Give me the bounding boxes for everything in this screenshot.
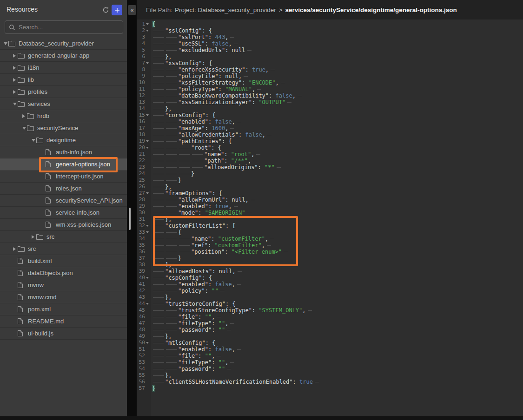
code-line[interactable]: 5"excludedUrls": null (137, 47, 523, 53)
tree-item-auth-info-json[interactable]: auth-info.json (0, 146, 127, 158)
tree-item-roles-json[interactable]: roles.json (0, 183, 127, 195)
code-line[interactable]: 41"enabled": false, (137, 281, 523, 288)
code-line[interactable]: 50"mtlsConfig": { (137, 340, 523, 346)
chevron-right-icon[interactable] (9, 247, 18, 251)
code-line[interactable]: 57} (137, 385, 523, 392)
fold-arrow-icon[interactable] (145, 223, 150, 229)
tree-item-mvnw-cmd[interactable]: mvnw.cmd (0, 291, 127, 303)
code-line[interactable]: 12"dataBackwardCompatibility": false, (137, 92, 523, 99)
tree-item-src[interactable]: src (0, 243, 127, 255)
fold-arrow-icon[interactable] (145, 144, 150, 151)
code-line[interactable]: 29"enabled": true, (137, 203, 523, 210)
code-line[interactable]: 23"allowedOrigins": "*" (137, 164, 523, 171)
tree-item-mvnw[interactable]: mvnw (0, 279, 127, 291)
tree-item-database-security-provider[interactable]: Database_security_provider (0, 38, 127, 50)
code-line[interactable]: 54"password": "" (137, 366, 523, 372)
code-line[interactable]: 8"enforceXssSecurity": true, (137, 66, 523, 73)
search-box[interactable] (5, 20, 123, 34)
tree-item-src[interactable]: src (0, 231, 127, 243)
code-line[interactable]: 49}, (137, 333, 523, 340)
chevron-right-icon[interactable] (9, 66, 18, 70)
tree-item-securityservice[interactable]: securityService (0, 122, 127, 134)
tree-item-general-options-json[interactable]: general-options.json (0, 158, 127, 171)
code-line[interactable]: 28"allowFromUrl": null, (137, 197, 523, 203)
chevron-right-icon[interactable] (9, 78, 18, 82)
code-line[interactable]: 20"root": { (137, 144, 523, 151)
code-line[interactable]: 37} (137, 255, 523, 262)
chevron-down-icon[interactable] (28, 139, 36, 142)
refresh-icon[interactable] (102, 6, 110, 14)
tree-item-intercept-urls-json[interactable]: intercept-urls.json (0, 171, 127, 183)
chevron-right-icon[interactable] (9, 54, 18, 58)
code-line[interactable]: 42"policy": "" (137, 288, 523, 294)
chevron-right-icon[interactable] (19, 114, 27, 118)
chevron-down-icon[interactable] (19, 127, 27, 130)
code-line[interactable]: 40"cspConfig": { (137, 275, 523, 281)
fold-arrow-icon[interactable] (145, 275, 150, 281)
code-line[interactable]: 33{ (137, 229, 523, 236)
code-line[interactable]: 48"password": "" (137, 327, 523, 333)
code-line[interactable]: 39"allowedHosts": null, (137, 268, 523, 275)
tree-scrollbar-thumb[interactable] (129, 208, 131, 230)
fold-arrow-icon[interactable] (145, 138, 150, 144)
code-editor[interactable]: 1{2"sslConfig": {3"sslPort": 443,4"useSS… (137, 20, 523, 416)
tree-item-securityservice-api-json[interactable]: securityService_API.json (0, 195, 127, 207)
code-line[interactable]: 4"useSSL": false, (137, 40, 523, 47)
tree-item-profiles[interactable]: profiles (0, 86, 127, 98)
code-line[interactable]: 45"trustStoreConfigType": "SYSTEM_ONLY", (137, 307, 523, 314)
code-line[interactable]: 32"customFilterList": [ (137, 223, 523, 229)
code-line[interactable]: 22"path": "/**", (137, 158, 523, 164)
chevron-down-icon[interactable] (0, 42, 8, 45)
code-line[interactable]: 7"xssConfig": { (137, 60, 523, 66)
tree-item-designtime[interactable]: designtime (0, 134, 127, 146)
collapse-sidebar-button[interactable]: « (128, 5, 136, 15)
chevron-right-icon[interactable] (9, 90, 18, 94)
tree-item-hrdb[interactable]: hrdb (0, 110, 127, 122)
code-line[interactable]: 21"name": "root", (137, 151, 523, 158)
code-line[interactable]: 15"corsConfig": { (137, 112, 523, 118)
tree-item-ui-build-js[interactable]: ui-build.js (0, 328, 127, 340)
code-line[interactable]: 11"policyType": "MANUAL", (137, 86, 523, 92)
code-line[interactable]: 51"enabled": false, (137, 346, 523, 353)
code-line[interactable]: 36"position": "<Filter enum>" (137, 249, 523, 255)
code-line[interactable]: 34"name": "customFilter", (137, 236, 523, 242)
fold-arrow-icon[interactable] (145, 21, 150, 27)
code-line[interactable]: 30"mode": "SAMEORIGIN" (137, 210, 523, 216)
tree-item-readme-md[interactable]: README.md (0, 315, 127, 328)
code-line[interactable]: 52"file": "", (137, 353, 523, 359)
code-line[interactable]: 31}, (137, 216, 523, 223)
code-line[interactable]: 46"file": "", (137, 314, 523, 320)
tree-item-wm-xss-policies-json[interactable]: wm-xss-policies.json (0, 219, 127, 231)
code-line[interactable]: 17"maxAge": 1600, (137, 125, 523, 131)
code-line[interactable]: 19"pathEntries": { (137, 138, 523, 144)
code-line[interactable]: 26}, (137, 184, 523, 190)
code-line[interactable]: 35"ref": "customFilter", (137, 242, 523, 249)
code-line[interactable]: 56"clientSSLHostNameVerificationEnabled"… (137, 379, 523, 385)
code-line[interactable]: 53"fileType": "", (137, 359, 523, 366)
fold-arrow-icon[interactable] (145, 60, 150, 66)
code-line[interactable]: 14}, (137, 105, 523, 112)
code-line[interactable]: 9"policyFile": null, (137, 73, 523, 79)
code-line[interactable]: 13"xssSanitizationLayer": "OUTPUT" (137, 99, 523, 105)
code-line[interactable]: 1{ (137, 21, 523, 27)
code-line[interactable]: 27"frameOptions": { (137, 190, 523, 197)
code-line[interactable]: 10"xssFilterStrategy": "ENCODE", (137, 79, 523, 86)
code-line[interactable]: 47"fileType": "", (137, 320, 523, 327)
tree-item-services[interactable]: services (0, 98, 127, 110)
tree-item-service-info-json[interactable]: service-info.json (0, 207, 127, 219)
tree-item-dataobjects-json[interactable]: dataObjects.json (0, 267, 127, 279)
code-line[interactable]: 43}, (137, 294, 523, 301)
tree-item-pom-xml[interactable]: pom.xml (0, 303, 127, 315)
code-line[interactable]: 2"sslConfig": { (137, 27, 523, 34)
chevron-right-icon[interactable] (28, 235, 36, 239)
code-line[interactable]: 24} (137, 171, 523, 177)
fold-arrow-icon[interactable] (145, 112, 150, 118)
tree-item-lib[interactable]: lib (0, 74, 127, 86)
tree-item-generated-angular-app[interactable]: generated-angular-app (0, 50, 127, 62)
fold-arrow-icon[interactable] (145, 27, 150, 34)
fold-arrow-icon[interactable] (145, 229, 150, 236)
code-line[interactable]: 3"sslPort": 443, (137, 34, 523, 40)
tree-item-i18n[interactable]: i18n (0, 62, 127, 74)
fold-arrow-icon[interactable] (145, 340, 150, 346)
code-line[interactable]: 55}, (137, 372, 523, 379)
